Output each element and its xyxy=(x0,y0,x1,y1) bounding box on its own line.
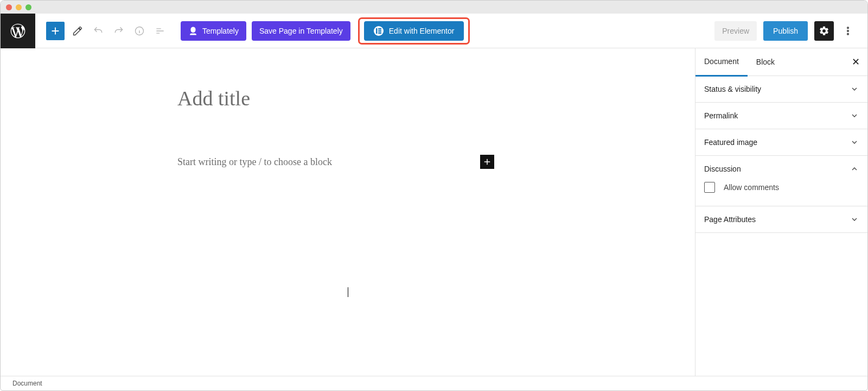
panel-permalink[interactable]: Permalink xyxy=(695,103,867,129)
save-templately-label: Save Page in Templately xyxy=(259,27,343,35)
panel-discussion-label: Discussion xyxy=(704,165,741,173)
settings-button[interactable] xyxy=(814,21,834,41)
panel-discussion[interactable]: Discussion Allow comments xyxy=(695,156,867,206)
undo-icon xyxy=(93,26,104,36)
panel-page-attrs-label: Page Attributes xyxy=(704,215,756,224)
annotation-highlight: Edit with Elementor xyxy=(358,17,470,45)
svg-rect-4 xyxy=(378,32,381,34)
publish-button[interactable]: Publish xyxy=(763,21,808,41)
block-placeholder: Start writing or type / to choose a bloc… xyxy=(177,156,332,168)
edit-elementor-label: Edit with Elementor xyxy=(389,27,455,35)
tab-block[interactable]: Block xyxy=(748,48,783,75)
plus-icon xyxy=(49,25,61,37)
chevron-down-icon xyxy=(850,111,859,120)
tab-block-label: Block xyxy=(756,58,775,66)
templately-button[interactable]: Templately xyxy=(181,21,246,41)
wordpress-logo-button[interactable] xyxy=(1,14,35,48)
chevron-down-icon xyxy=(850,215,859,224)
close-icon: ✕ xyxy=(852,56,860,67)
info-icon xyxy=(134,26,145,36)
panel-status-label: Status & visibility xyxy=(704,85,761,93)
sidebar-tabs: Document Block ✕ xyxy=(695,48,867,76)
edit-elementor-button[interactable]: Edit with Elementor xyxy=(364,21,464,41)
allow-comments-label: Allow comments xyxy=(724,183,779,192)
svg-point-7 xyxy=(847,33,849,35)
editor-toolbar: Templately Save Page in Templately Edit … xyxy=(1,14,867,48)
mac-close-icon[interactable] xyxy=(6,4,12,10)
add-block-button[interactable] xyxy=(46,22,65,40)
chevron-down-icon xyxy=(850,138,859,147)
save-templately-button[interactable]: Save Page in Templately xyxy=(252,21,350,41)
wordpress-logo-icon xyxy=(9,22,27,40)
mac-minimize-icon[interactable] xyxy=(16,4,22,10)
svg-rect-3 xyxy=(378,30,381,31)
templately-label: Templately xyxy=(202,27,239,35)
svg-point-5 xyxy=(847,27,849,28)
checkbox-icon xyxy=(704,182,715,193)
plus-icon xyxy=(482,157,492,167)
svg-rect-1 xyxy=(376,28,378,34)
mac-maximize-icon[interactable] xyxy=(25,4,31,10)
window: Templately Save Page in Templately Edit … xyxy=(0,0,868,391)
svg-point-6 xyxy=(847,30,849,31)
toolbar-left-group: Templately Save Page in Templately Edit … xyxy=(46,17,470,45)
tab-document[interactable]: Document xyxy=(695,48,748,77)
mac-titlebar xyxy=(1,1,867,14)
outline-button[interactable] xyxy=(152,23,168,39)
chevron-up-icon xyxy=(850,165,859,173)
redo-icon xyxy=(113,26,124,36)
panel-page-attributes[interactable]: Page Attributes xyxy=(695,206,867,233)
gear-icon xyxy=(819,26,829,36)
elementor-icon xyxy=(374,26,384,36)
chevron-down-icon xyxy=(850,85,859,93)
undo-button[interactable] xyxy=(91,23,106,39)
more-options-button[interactable] xyxy=(840,23,856,39)
svg-rect-2 xyxy=(378,28,381,30)
preview-label: Preview xyxy=(722,27,749,35)
editor-canvas[interactable]: Add title Start writing or type / to cho… xyxy=(1,48,695,376)
panel-featured-label: Featured image xyxy=(704,138,757,147)
text-caret xyxy=(348,287,348,297)
info-button[interactable] xyxy=(132,23,147,39)
templately-icon xyxy=(188,26,198,36)
panel-status-visibility[interactable]: Status & visibility xyxy=(695,76,867,103)
settings-sidebar: Document Block ✕ Status & visibility Per… xyxy=(695,48,867,376)
editor-footer: Document xyxy=(1,376,867,390)
editor-body: Add title Start writing or type / to cho… xyxy=(1,48,867,376)
panel-featured-image[interactable]: Featured image xyxy=(695,129,867,156)
kebab-icon xyxy=(843,26,853,36)
sidebar-close-button[interactable]: ✕ xyxy=(852,56,860,68)
tools-button[interactable] xyxy=(70,23,85,39)
title-placeholder: Add title xyxy=(177,87,250,110)
allow-comments-checkbox[interactable]: Allow comments xyxy=(704,182,859,193)
inline-add-block-button[interactable] xyxy=(480,155,494,169)
pencil-icon xyxy=(72,26,83,36)
breadcrumb[interactable]: Document xyxy=(12,380,42,387)
title-input[interactable]: Add title xyxy=(177,86,494,110)
toolbar-right-group: Preview Publish xyxy=(714,21,856,41)
preview-button[interactable]: Preview xyxy=(714,21,757,41)
list-icon xyxy=(155,26,165,36)
panel-permalink-label: Permalink xyxy=(704,111,738,120)
redo-button[interactable] xyxy=(111,23,126,39)
publish-label: Publish xyxy=(773,27,798,35)
tab-document-label: Document xyxy=(704,57,739,66)
